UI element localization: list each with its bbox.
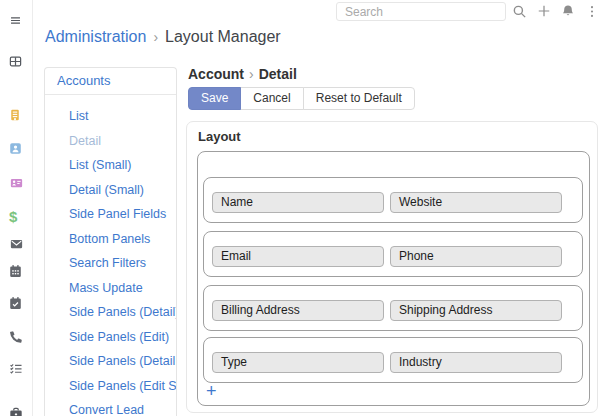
layout-list-item[interactable]: Side Panels (Edit Small)	[45, 374, 176, 399]
layout-list-item[interactable]: Side Panel Fields	[45, 202, 176, 227]
layout-list-item[interactable]: Side Panels (Detail Small)	[45, 349, 176, 374]
layout-list-item: Detail	[45, 129, 176, 154]
layouts-panel-title: Accounts	[45, 68, 176, 95]
search-input[interactable]	[336, 2, 506, 21]
building-icon[interactable]	[9, 107, 25, 123]
envelope-icon[interactable]	[9, 236, 25, 252]
kebab-menu-icon[interactable]	[585, 4, 599, 23]
layout-list-item[interactable]: Side Panels (Detail)	[45, 300, 176, 325]
cancel-button[interactable]: Cancel	[240, 87, 303, 110]
reset-to-default-button[interactable]: Reset to Default	[303, 87, 415, 110]
layout-list-item[interactable]: Bottom Panels	[45, 227, 176, 252]
icon-rail: $	[0, 0, 33, 416]
layout-field-cell[interactable]: Type	[212, 352, 384, 373]
layout-field-cell[interactable]: Billing Address	[212, 300, 384, 321]
layout-field-cell[interactable]: Phone	[390, 246, 562, 267]
layout-row: TypeIndustry	[203, 337, 583, 383]
checklist-icon[interactable]	[9, 360, 25, 376]
layout-grid: + NameWebsiteEmailPhoneBilling AddressSh…	[197, 151, 590, 406]
plus-icon[interactable]	[537, 4, 551, 22]
layout-list-item[interactable]: Side Panels (Edit)	[45, 325, 176, 350]
phone-icon[interactable]	[9, 328, 25, 344]
add-panel-button[interactable]: +	[206, 382, 217, 400]
breadcrumb-separator: ›	[153, 29, 158, 45]
page-title: Layout Manager	[165, 28, 281, 45]
layout-row: NameWebsite	[203, 177, 583, 223]
layout-list-item[interactable]: Convert Lead	[45, 398, 176, 416]
briefcase-icon[interactable]	[9, 405, 25, 416]
layout-list-item[interactable]: List (Small)	[45, 153, 176, 178]
layout-list-item[interactable]: Detail (Small)	[45, 178, 176, 203]
save-button[interactable]: Save	[188, 87, 241, 110]
contact-card-icon[interactable]	[9, 140, 25, 156]
breadcrumb-administration-link[interactable]: Administration	[45, 28, 146, 45]
breadcrumb: Administration›Layout Manager	[45, 28, 281, 46]
layout-field-cell[interactable]: Industry	[390, 352, 562, 373]
layout-list-item[interactable]: Search Filters	[45, 251, 176, 276]
layout-list-item[interactable]: List	[45, 104, 176, 129]
layout-panel-title: Layout	[198, 129, 241, 144]
search-icon[interactable]	[512, 4, 527, 23]
layout-editor-title: Account›Detail	[188, 66, 297, 82]
layout-field-cell[interactable]: Shipping Address	[390, 300, 562, 321]
hamburger-menu-icon[interactable]	[9, 13, 22, 31]
layout-editor-panel: Layout + NameWebsiteEmailPhoneBilling Ad…	[186, 121, 598, 413]
layouts-panel: Accounts ListDetailList (Small)Detail (S…	[44, 67, 177, 416]
id-card-icon[interactable]	[9, 175, 25, 191]
layout-row: Billing AddressShipping Address	[203, 285, 583, 331]
layout-field-cell[interactable]: Email	[212, 246, 384, 267]
calendar-icon[interactable]	[9, 263, 25, 279]
layout-list-item[interactable]: Mass Update	[45, 276, 176, 301]
bell-icon[interactable]	[561, 4, 575, 22]
layout-row: EmailPhone	[203, 231, 583, 277]
calendar-check-icon[interactable]	[9, 295, 25, 311]
dollar-icon[interactable]: $	[9, 208, 25, 224]
layout-field-cell[interactable]: Name	[212, 192, 384, 213]
grid-icon[interactable]	[9, 53, 25, 69]
action-button-group: Save Cancel Reset to Default	[188, 87, 415, 110]
layout-field-cell[interactable]: Website	[390, 192, 562, 213]
